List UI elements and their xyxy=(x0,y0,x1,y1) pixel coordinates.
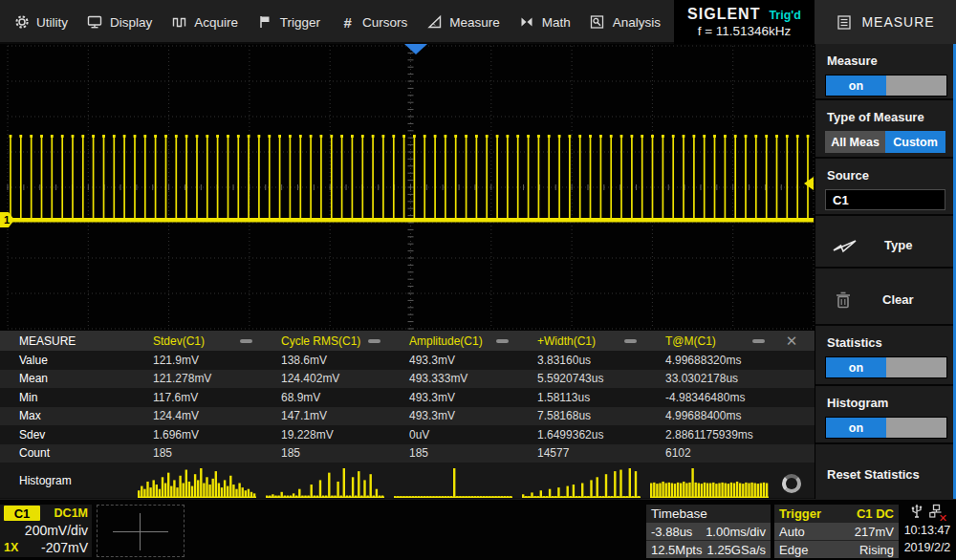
trigger-source: C1 DC xyxy=(857,506,894,521)
clear-button[interactable]: Clear xyxy=(825,291,914,310)
menu-item-cursors[interactable]: # Cursors xyxy=(339,0,407,44)
cursors-icon: # xyxy=(339,14,356,31)
timebase-descriptor[interactable]: Timebase -3.88us 1.00ms/div 12.5Mpts 1.2… xyxy=(646,505,771,557)
source-select[interactable]: C1 xyxy=(825,189,945,210)
measure-label: Measure xyxy=(827,54,946,68)
menu-label: Display xyxy=(110,15,152,30)
waveform-graticule: 1 xyxy=(0,44,815,331)
table-cell: 117.6mV xyxy=(134,391,262,404)
column-header-tam: T@M(C1) xyxy=(646,334,774,348)
type-button[interactable]: Type xyxy=(825,235,912,254)
column-header-stdev: Stdev(C1) xyxy=(134,334,262,348)
column-header-width: +Width(C1) xyxy=(518,334,646,348)
table-cell: 147.1mV xyxy=(262,409,390,422)
channel1-descriptor[interactable]: C1 DC1M 200mV/div 1X -207mV xyxy=(0,505,92,557)
type-of-measure-section: Type of Measure All Meas Custom xyxy=(815,100,956,159)
custom-button[interactable]: Custom xyxy=(885,131,945,153)
usb-icon xyxy=(910,504,923,523)
list-icon xyxy=(836,14,852,31)
menu-label: Measure xyxy=(449,15,500,30)
table-cell: 185 xyxy=(390,446,518,460)
table-cell: 124.4mV xyxy=(134,409,262,422)
table-cell: 493.3mV xyxy=(390,354,518,367)
table-cell: -4.98346480ms xyxy=(646,391,774,404)
statistics-toggle-on: on xyxy=(826,357,886,377)
type-of-measure-label: Type of Measure xyxy=(827,110,946,124)
acquire-icon xyxy=(171,14,187,31)
histogram-label: Histogram xyxy=(827,396,946,410)
menu-item-trigger[interactable]: Trigger xyxy=(257,0,320,44)
menu-item-analysis[interactable]: Analysis xyxy=(590,0,661,44)
measure-panel-title: MEASURE xyxy=(861,14,934,30)
table-drag-handle-icon[interactable] xyxy=(782,474,801,493)
histogram-toggle[interactable]: on xyxy=(825,417,947,439)
menu-item-measure[interactable]: Measure xyxy=(426,0,500,44)
table-cell: 3.83160us xyxy=(518,354,646,367)
timebase-points: 12.5Mpts xyxy=(651,543,702,557)
timebase-scale: 1.00ms/div xyxy=(706,525,766,539)
trigger-label: Trigger xyxy=(779,506,821,521)
table-cell: 138.6mV xyxy=(262,354,390,367)
math-bowtie-icon xyxy=(519,14,535,31)
histogram-toggle-off xyxy=(886,418,946,438)
measure-settings-sidebar: Measure on Type of Measure All Meas Cust… xyxy=(815,44,956,499)
table-cell: 0uV xyxy=(390,428,518,442)
menu-item-utility[interactable]: Utility xyxy=(13,0,68,44)
table-cell: 5.5920743us xyxy=(518,372,646,385)
column-header-amplitude: Amplitude(C1) xyxy=(390,334,518,348)
menu: Utility Display Acquire Trigger xyxy=(0,0,674,44)
timebase-label: Timebase xyxy=(651,506,707,521)
table-cell: 121.278mV xyxy=(134,372,262,385)
remove-column-button[interactable] xyxy=(752,339,765,343)
menu-item-math[interactable]: Math xyxy=(519,0,571,44)
table-cell: 121.9mV xyxy=(134,354,262,367)
statistics-section: Statistics on xyxy=(815,326,956,386)
close-table-icon[interactable]: ✕ xyxy=(786,334,798,348)
remove-column-button[interactable] xyxy=(240,339,252,343)
table-row-label: Max xyxy=(0,409,134,422)
table-cell: 124.402mV xyxy=(262,372,390,385)
statistics-toggle-off xyxy=(886,357,946,377)
clock-date: 2019/2/2 xyxy=(904,539,951,556)
menu-item-acquire[interactable]: Acquire xyxy=(171,0,238,44)
channel1-badge: C1 xyxy=(4,506,40,521)
table-cell: 4.99688320ms xyxy=(646,354,774,367)
menu-item-display[interactable]: Display xyxy=(87,0,152,44)
svg-text:1: 1 xyxy=(4,214,10,226)
table-cell: 493.333mV xyxy=(390,372,518,385)
statistics-toggle[interactable]: on xyxy=(825,356,947,378)
add-channel-box[interactable] xyxy=(97,505,185,557)
table-row-histogram: Histogram xyxy=(0,463,815,498)
measure-toggle[interactable]: on xyxy=(825,75,947,97)
waveform-display[interactable]: 1 xyxy=(0,44,815,331)
menu-label: Analysis xyxy=(613,15,661,30)
table-cell: 1.58113us xyxy=(518,391,646,404)
measure-panel-button[interactable]: MEASURE xyxy=(815,0,956,44)
table-cell: 185 xyxy=(134,446,262,460)
table-row-value: Value 121.9mV 138.6mV 493.3mV 3.83160us … xyxy=(0,351,815,370)
table-cell: 493.3mV xyxy=(390,391,518,404)
brand-logo: SIGLENT xyxy=(687,6,760,23)
table-cell: 1.6499362us xyxy=(518,428,646,442)
all-meas-button[interactable]: All Meas xyxy=(825,131,885,153)
menu-label: Trigger xyxy=(280,15,320,30)
remove-column-button[interactable] xyxy=(624,339,637,343)
menu-label: Math xyxy=(542,15,571,30)
remove-column-button[interactable] xyxy=(496,339,509,343)
channel1-offset: -207mV xyxy=(41,540,88,555)
column-header-cycle-rms: Cycle RMS(C1) xyxy=(262,334,390,348)
table-cell: 1.696mV xyxy=(134,428,262,442)
measure-toggle-on: on xyxy=(826,75,886,96)
histogram-section: Histogram on xyxy=(815,386,956,444)
trigger-status: Trig'd xyxy=(769,9,801,22)
plus-icon xyxy=(113,531,168,532)
remove-column-button[interactable] xyxy=(368,339,380,343)
statistics-label: Statistics xyxy=(827,335,946,350)
trigger-slope: Rising xyxy=(859,543,894,557)
trigger-type: Edge xyxy=(779,543,808,557)
trigger-descriptor[interactable]: Trigger C1 DC Auto 217mV Edge Rising xyxy=(774,505,899,557)
timebase-delay: -3.88us xyxy=(651,525,692,539)
table-title: MEASURE xyxy=(0,334,134,348)
table-cell: 185 xyxy=(262,446,390,460)
reset-statistics-button[interactable]: Reset Statistics xyxy=(827,467,920,482)
